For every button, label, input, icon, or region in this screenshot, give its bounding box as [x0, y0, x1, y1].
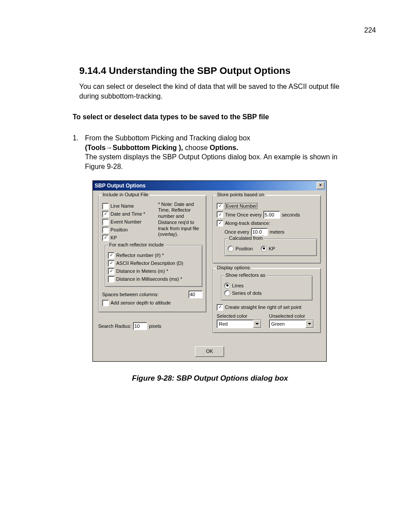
- step-text-e: The system displays the SBP Output Optio…: [85, 153, 337, 170]
- radio-show-lines[interactable]: [224, 283, 230, 289]
- include-group-title: Include in Output File: [101, 192, 150, 197]
- label-event-number: Event Number: [111, 219, 141, 224]
- checkbox-distance-ms[interactable]: [108, 276, 114, 283]
- calculated-from-group: Calculated from Position KP: [225, 238, 317, 256]
- input-once-every[interactable]: 10.0: [251, 228, 268, 236]
- checkbox-along-track[interactable]: ✓: [217, 220, 223, 227]
- checkbox-distance-meters[interactable]: ✓: [108, 268, 114, 275]
- checkbox-store-event-number[interactable]: ✓: [217, 203, 223, 209]
- dropdown-unselected-color-value: Green: [271, 321, 285, 327]
- radio-show-dots[interactable]: [224, 290, 230, 296]
- label-date-time: Date and Time *: [111, 211, 145, 216]
- label-calc-kp: KP: [269, 246, 275, 251]
- label-once-every-unit: meters: [269, 229, 284, 235]
- include-in-output-group: Include in Output File Line Name ✓ Date …: [98, 195, 206, 312]
- label-distance-ms: Distance in Milliseconds (ms) *: [116, 276, 182, 282]
- store-group-title: Store points based on: [216, 192, 265, 197]
- label-calc-position: Position: [236, 246, 253, 251]
- label-straight-line: Create straight line right of set point: [225, 305, 302, 310]
- checkbox-straight-line[interactable]: ✓: [217, 304, 223, 311]
- dropdown-unselected-color[interactable]: Green: [269, 319, 314, 328]
- step-text-b: (Tools→Subbottom Picking ),: [85, 144, 183, 151]
- label-along-track: Along-track distance:: [225, 220, 270, 226]
- show-reflectors-title: Show reflectors as: [224, 272, 266, 278]
- label-ascii-description: ASCII Reflector Description (D): [116, 261, 183, 266]
- step-text-c: choose: [185, 144, 210, 151]
- checkbox-kp[interactable]: ✓: [102, 235, 109, 241]
- chevron-down-icon: [253, 320, 261, 328]
- checkbox-add-sensor-depth[interactable]: [102, 300, 109, 306]
- reflector-include-group: For each reflector include ✓ Reflector n…: [105, 245, 203, 287]
- step-body: From the Subbottom Picking and Tracking …: [85, 133, 358, 171]
- dialog-titlebar[interactable]: SBP Output Options ×: [93, 181, 326, 191]
- checkbox-store-time[interactable]: ✓: [217, 211, 223, 218]
- figure-caption: Figure 9-28: SBP Output Options dialog b…: [44, 374, 376, 383]
- radio-calc-kp[interactable]: [261, 246, 267, 252]
- label-unselected-color: Unselected color: [269, 313, 317, 319]
- checkbox-ascii-description[interactable]: ✓: [108, 260, 114, 267]
- input-spaces-between-columns[interactable]: 40: [188, 290, 203, 298]
- ok-button[interactable]: OK: [195, 346, 224, 357]
- step-text-d: Options.: [210, 144, 238, 151]
- label-position: Position: [111, 227, 128, 232]
- instruction-heading: To select or deselect data types to be s…: [73, 113, 376, 121]
- display-options-group: Display options Show reflectors as Lines…: [213, 268, 321, 333]
- show-reflectors-group: Show reflectors as Lines Series of dots: [221, 275, 313, 301]
- label-show-dots: Series of dots: [232, 290, 262, 296]
- chevron-down-icon: [306, 320, 313, 328]
- label-once-every: Once every: [225, 229, 249, 235]
- include-note: * Note: Date and Time, Reflector number …: [158, 202, 203, 242]
- reflector-group-title: For each reflector include: [108, 242, 165, 247]
- label-distance-meters: Distance in Meters (m) *: [116, 268, 168, 274]
- label-show-lines: Lines: [232, 283, 243, 288]
- label-store-event-number: Event Number: [225, 203, 258, 209]
- label-line-name: Line Name: [111, 203, 134, 209]
- checkbox-line-name[interactable]: [102, 203, 109, 209]
- label-kp: KP: [111, 235, 117, 240]
- input-store-time[interactable]: 5.00: [263, 211, 280, 219]
- page-number: 224: [44, 26, 376, 34]
- store-points-group: Store points based on ✓ Event Number ✓ T…: [213, 195, 321, 264]
- dropdown-selected-color[interactable]: Red: [217, 319, 262, 328]
- label-spaces-between-columns: Spaces between columns:: [102, 292, 158, 297]
- label-selected-color: Selected color: [217, 313, 265, 319]
- checkbox-position[interactable]: [102, 227, 109, 233]
- label-search-radius-unit: pixels: [149, 323, 161, 329]
- section-heading: 9.14.4 Understanding the SBP Output Opti…: [79, 65, 376, 77]
- display-group-title: Display options: [216, 265, 251, 270]
- label-store-time-suffix: seconds: [282, 212, 300, 217]
- dialog-title: SBP Output Options: [95, 183, 146, 189]
- step-1: 1. From the Subbottom Picking and Tracki…: [73, 133, 358, 171]
- radio-calc-position[interactable]: [228, 246, 234, 252]
- label-add-sensor-depth: Add sensor depth to altitude: [111, 300, 171, 305]
- input-search-radius[interactable]: 10: [133, 322, 147, 330]
- label-search-radius: Search Radius:: [98, 323, 131, 329]
- step-text-a: From the Subbottom Picking and Tracking …: [85, 134, 250, 142]
- checkbox-date-time[interactable]: ✓: [102, 211, 109, 217]
- step-number: 1.: [73, 133, 85, 171]
- close-button[interactable]: ×: [317, 182, 324, 189]
- checkbox-event-number[interactable]: [102, 219, 109, 225]
- label-reflector-number: Reflector number (#) *: [116, 253, 164, 258]
- dropdown-selected-color-value: Red: [219, 321, 228, 327]
- sbp-output-options-dialog: SBP Output Options × Include in Output F…: [92, 180, 327, 362]
- checkbox-reflector-number[interactable]: ✓: [108, 252, 114, 259]
- intro-paragraph: You can select or deselect the kind of d…: [79, 82, 358, 101]
- label-store-time-prefix: Time Once every: [225, 212, 262, 217]
- calculated-from-title: Calculated from: [228, 235, 264, 241]
